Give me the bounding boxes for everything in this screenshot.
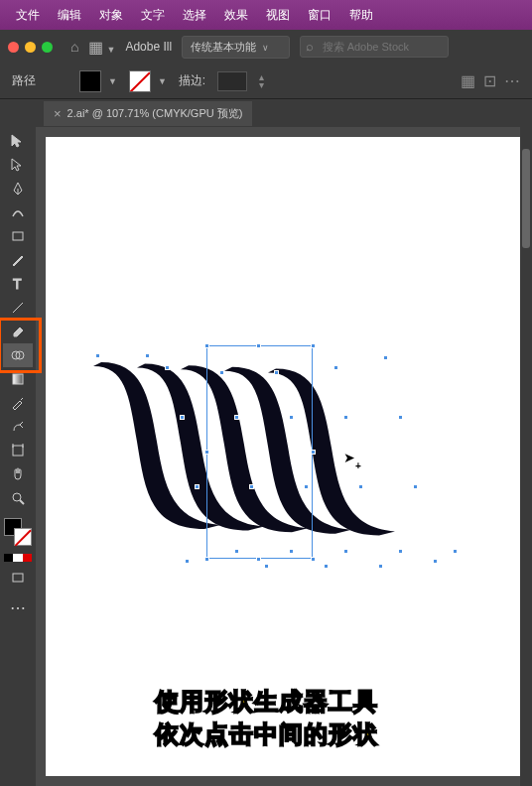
eyedropper-tool[interactable] <box>3 391 33 415</box>
fill-stroke-indicator[interactable] <box>4 518 32 546</box>
menu-window[interactable]: 窗口 <box>300 2 339 29</box>
anchor-point[interactable] <box>304 484 309 489</box>
selection-handle[interactable] <box>311 343 316 348</box>
anchor-point[interactable] <box>333 365 338 370</box>
rectangle-tool[interactable] <box>3 224 33 248</box>
eraser-tool[interactable] <box>3 320 33 343</box>
align-transform-group: ▦ ⊡ ⋯ <box>461 71 520 90</box>
stroke-swatch[interactable] <box>129 70 151 92</box>
anchor-point[interactable] <box>274 370 279 375</box>
menu-edit[interactable]: 编辑 <box>50 2 89 29</box>
color-mode-strip[interactable] <box>4 554 32 562</box>
transform-icon[interactable]: ⊡ <box>483 71 496 90</box>
shape-builder-tool[interactable] <box>3 343 33 367</box>
symbol-sprayer-tool[interactable] <box>3 415 33 439</box>
artboard-tool[interactable] <box>3 439 33 462</box>
selection-handle[interactable] <box>311 450 316 455</box>
svg-line-10 <box>20 500 24 504</box>
document-tab-bar: × 2.ai* @ 107.71% (CMYK/GPU 预览) <box>36 99 532 127</box>
line-tool[interactable] <box>3 296 33 320</box>
menu-type[interactable]: 文字 <box>133 2 173 29</box>
anchor-point[interactable] <box>145 353 150 358</box>
anchor-point[interactable] <box>185 559 190 564</box>
anchor-point[interactable] <box>343 415 348 420</box>
anchor-point[interactable] <box>453 549 458 554</box>
minimize-window-button[interactable] <box>25 42 36 53</box>
selection-handle[interactable] <box>204 557 209 562</box>
menu-help[interactable]: 帮助 <box>341 2 381 29</box>
svg-rect-11 <box>13 574 23 582</box>
anchor-point[interactable] <box>433 559 438 564</box>
align-icon[interactable]: ▦ <box>461 71 475 90</box>
anchor-point[interactable] <box>180 415 185 420</box>
document-tab-title: 2.ai* @ 107.71% (CMYK/GPU 预览) <box>67 106 243 121</box>
anchor-point[interactable] <box>289 415 294 420</box>
selection-bounding-box[interactable] <box>206 345 313 559</box>
anchor-point[interactable] <box>398 415 403 420</box>
anchor-point[interactable] <box>249 484 254 489</box>
search-input[interactable] <box>300 36 449 58</box>
artwork-selection[interactable]: ➤ + <box>85 335 482 584</box>
selection-handle[interactable] <box>256 557 261 562</box>
anchor-point[interactable] <box>343 549 348 554</box>
curvature-tool[interactable] <box>3 200 33 224</box>
anchor-point[interactable] <box>413 484 418 489</box>
anchor-point[interactable] <box>95 353 100 358</box>
zoom-tool[interactable] <box>3 486 33 510</box>
selection-handle[interactable] <box>204 450 209 455</box>
scroll-thumb[interactable] <box>522 149 530 248</box>
anchor-point[interactable] <box>165 365 170 370</box>
anchor-point[interactable] <box>234 415 239 420</box>
arrange-documents-icon[interactable]: ▦▼ <box>88 38 115 57</box>
close-window-button[interactable] <box>8 42 19 53</box>
hand-tool[interactable] <box>3 462 33 486</box>
chevron-down-icon[interactable]: ▼ <box>108 76 117 86</box>
anchor-point[interactable] <box>324 564 329 569</box>
application-bar: ⌂ ▦▼ Adobe Ill 传统基本功能 ∨ <box>0 30 532 64</box>
edit-toolbar-button[interactable]: ⋯ <box>3 595 33 619</box>
svg-rect-5 <box>13 374 23 384</box>
canvas-viewport[interactable]: ➤ + <box>36 127 532 786</box>
anchor-point[interactable] <box>289 549 294 554</box>
svg-point-9 <box>13 493 21 501</box>
selection-handle[interactable] <box>256 343 261 348</box>
menu-object[interactable]: 对象 <box>91 2 131 29</box>
anchor-point[interactable] <box>219 370 224 375</box>
chevron-down-icon[interactable]: ▼ <box>158 76 167 86</box>
menubar: 文件 编辑 对象 文字 选择 效果 视图 窗口 帮助 <box>0 0 532 30</box>
stroke-color-icon[interactable] <box>14 528 32 546</box>
workspace-selector[interactable]: 传统基本功能 ∨ <box>182 36 290 59</box>
menu-select[interactable]: 选择 <box>175 2 214 29</box>
anchor-point[interactable] <box>358 484 363 489</box>
more-options-icon[interactable]: ⋯ <box>504 71 520 90</box>
gradient-tool[interactable] <box>3 367 33 391</box>
selection-tool[interactable] <box>3 129 33 153</box>
type-tool[interactable]: T <box>3 272 33 296</box>
fill-swatch[interactable] <box>79 70 101 92</box>
home-icon[interactable]: ⌂ <box>70 39 78 55</box>
anchor-point[interactable] <box>378 564 383 569</box>
anchor-point[interactable] <box>234 549 239 554</box>
menu-effect[interactable]: 效果 <box>216 2 256 29</box>
anchor-point[interactable] <box>383 355 388 360</box>
paintbrush-tool[interactable] <box>3 248 33 272</box>
stroke-stepper[interactable]: ▴▾ <box>259 73 264 89</box>
selection-handle[interactable] <box>311 557 316 562</box>
anchor-point[interactable] <box>195 484 200 489</box>
screen-mode-tool[interactable] <box>3 566 33 590</box>
stroke-weight-input[interactable] <box>217 71 247 91</box>
svg-rect-0 <box>13 232 23 240</box>
options-bar: 路径 ▼ ▼ 描边: ▴▾ ▦ ⊡ ⋯ <box>0 64 532 99</box>
direct-selection-tool[interactable] <box>3 153 33 177</box>
close-tab-icon[interactable]: × <box>54 106 62 121</box>
tools-panel: T ⋯ <box>0 99 36 786</box>
vertical-scrollbar[interactable] <box>520 127 532 786</box>
menu-file[interactable]: 文件 <box>8 2 48 29</box>
document-tab[interactable]: × 2.ai* @ 107.71% (CMYK/GPU 预览) <box>44 101 252 126</box>
pen-tool[interactable] <box>3 177 33 200</box>
anchor-point[interactable] <box>398 549 403 554</box>
selection-handle[interactable] <box>204 343 209 348</box>
menu-view[interactable]: 视图 <box>258 2 298 29</box>
anchor-point[interactable] <box>264 564 269 569</box>
maximize-window-button[interactable] <box>42 42 53 53</box>
